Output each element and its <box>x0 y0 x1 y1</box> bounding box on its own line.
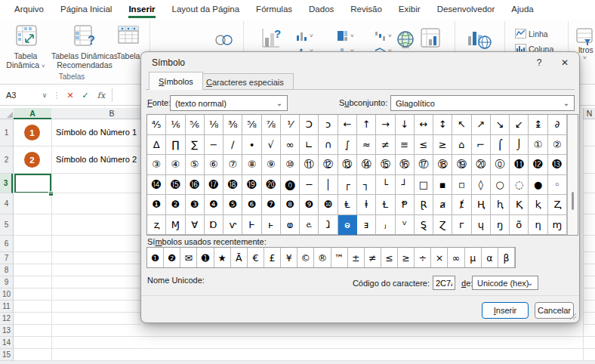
table-button[interactable]: Tabela <box>113 23 143 80</box>
recent-symbol-cell[interactable]: ± <box>348 248 365 267</box>
symbol-cell[interactable]: ⓴ <box>262 175 281 196</box>
symbol-cell[interactable]: ⅞ <box>262 115 281 135</box>
symbol-cell[interactable]: ⑩ <box>281 155 300 175</box>
cell-B1-text[interactable]: Símbolo do Número 1 <box>56 128 137 137</box>
confirm-entry-icon[interactable]: ✓ <box>79 85 92 105</box>
recent-symbol-cell[interactable]: Ā <box>231 248 248 267</box>
maps-globe-button[interactable] <box>396 30 415 51</box>
sparkline-line-button[interactable] <box>515 29 526 39</box>
symbol-cell[interactable]: ⅝ <box>242 115 261 135</box>
symbol-cell[interactable]: Δ <box>147 135 166 156</box>
recent-symbol-cell[interactable]: ™ <box>331 248 348 267</box>
symbol-cell[interactable]: ≡ <box>396 135 415 156</box>
ribbon-tab-ajuda[interactable]: Ajuda <box>503 0 541 20</box>
symbol-cell[interactable]: ⱶ <box>262 215 281 236</box>
symbol-cell[interactable]: ❻ <box>242 195 261 215</box>
symbol-cell[interactable]: ↗ <box>472 115 491 135</box>
symbol-cell[interactable]: ⑨ <box>262 155 281 175</box>
row-header-2[interactable]: 2 <box>0 147 13 174</box>
symbol-cell[interactable]: ∞ <box>281 135 300 156</box>
from-select[interactable]: Unicode (hex) ⌄ <box>472 276 538 290</box>
row-header-7[interactable]: 7 <box>0 252 13 264</box>
shapes-icon[interactable] <box>214 32 234 48</box>
symbol-cell[interactable]: ⅙ <box>166 115 185 135</box>
selected-cell-A3[interactable] <box>14 174 51 193</box>
symbol-cell[interactable]: ◌ <box>510 175 529 196</box>
symbol-cell[interactable]: ⑧ <box>242 155 261 175</box>
symbol-cell[interactable]: Ɱ <box>166 215 185 236</box>
symbol-cell[interactable]: ● <box>529 175 547 196</box>
symbol-grid-scrollbar[interactable] <box>567 115 578 235</box>
symbol-cell[interactable]: ŋ <box>491 215 510 236</box>
recent-symbol-cell[interactable]: × <box>431 248 448 267</box>
symbol-cell[interactable]: ⑯ <box>396 155 415 175</box>
row-header-1[interactable]: 1 <box>0 119 13 147</box>
symbol-cell[interactable]: Ɒ <box>205 215 224 236</box>
waterfall-chart-caret-icon[interactable]: ˅ <box>388 32 392 39</box>
symbol-cell[interactable]: ⱼ <box>376 215 395 236</box>
symbol-cell[interactable]: ○ <box>491 175 510 196</box>
symbol-cell[interactable]: □ <box>415 175 433 196</box>
column-header-N[interactable]: N <box>583 108 595 119</box>
symbol-cell[interactable]: ɥ <box>472 215 491 236</box>
waterfall-chart-button[interactable] <box>375 30 386 42</box>
row-header-9[interactable]: 9 <box>0 276 13 288</box>
ribbon-tab-layout-da-página[interactable]: Layout da Página <box>164 0 248 20</box>
symbol-cell[interactable]: г <box>452 215 471 236</box>
symbol-cell[interactable]: ③ <box>147 155 166 175</box>
symbol-cell[interactable]: ⱦ <box>452 195 471 215</box>
symbol-cell[interactable]: ∕ <box>224 135 242 156</box>
formula-bar-splitter-icon[interactable]: ⋮ <box>53 85 60 105</box>
symbol-cell[interactable]: ∫ <box>338 135 357 156</box>
symbol-cell[interactable]: Ȿ <box>415 215 433 236</box>
row-headers[interactable]: 123456789101112131415 <box>0 119 14 361</box>
symbol-cell[interactable]: ⱹ <box>319 215 338 236</box>
symbol-cell[interactable]: ⅜ <box>224 115 242 135</box>
symbol-cell[interactable]: ⱬ <box>147 215 166 236</box>
symbol-cell[interactable]: ⱡ <box>357 195 376 215</box>
slicer-icon[interactable] <box>575 27 595 47</box>
symbol-cell[interactable]: ↙ <box>510 115 529 135</box>
symbol-cell[interactable]: ↔ <box>415 115 433 135</box>
row-header-15[interactable]: 15 <box>0 349 13 361</box>
symbol-cell[interactable]: ▪ <box>433 175 452 196</box>
symbol-cell[interactable]: ⑮ <box>376 155 395 175</box>
symbol-cell[interactable]: ɱ <box>548 215 567 236</box>
symbol-cell[interactable]: ⓱ <box>205 175 224 196</box>
symbol-cell[interactable]: ❹ <box>205 195 224 215</box>
symbol-cell[interactable]: − <box>205 135 224 156</box>
symbol-cell[interactable]: Ⱬ <box>548 195 567 215</box>
symbol-cell[interactable]: ⑥ <box>205 155 224 175</box>
row-header-11[interactable]: 11 <box>0 301 13 313</box>
pivotchart-button[interactable] <box>420 27 444 50</box>
treemap-chart-button[interactable] <box>337 30 348 42</box>
symbol-cell[interactable]: ↨ <box>529 115 547 135</box>
symbol-cell[interactable]: Ɔ <box>300 115 319 135</box>
symbol-cell[interactable]: ⑲ <box>452 155 471 175</box>
symbol-cell[interactable]: → <box>376 115 395 135</box>
symbol-cell[interactable]: ↘ <box>491 115 510 135</box>
filters-caret-icon[interactable]: ˅ <box>583 54 587 61</box>
symbol-cell[interactable]: ⓿ <box>281 175 300 196</box>
font-select[interactable]: (texto normal) ⌄ <box>170 95 288 111</box>
symbol-cell[interactable]: ◊ <box>472 175 491 196</box>
symbol-cell[interactable]: ▫ <box>452 175 471 196</box>
symbol-cell[interactable]: ⅟ <box>281 115 300 135</box>
symbol-cell[interactable]: ⑤ <box>186 155 205 175</box>
recent-symbol-cell[interactable]: μ <box>465 248 482 267</box>
symbol-cell[interactable]: ≠ <box>376 135 395 156</box>
symbol-cell[interactable]: ∏ <box>166 135 185 156</box>
symbol-cell[interactable]: ⓳ <box>242 175 261 196</box>
treemap-chart-caret-icon[interactable]: ˅ <box>350 32 354 39</box>
recent-symbol-cell[interactable]: α <box>482 248 498 267</box>
recommended-pivot-button[interactable]: ? Tabelas Dinâmicas Recomendadas <box>48 23 121 80</box>
symbol-cell[interactable]: ┌ <box>338 175 357 196</box>
map-3d-button[interactable] <box>467 27 492 51</box>
sparkline-line-label[interactable]: Linha <box>529 29 548 39</box>
symbol-cell[interactable]: ⌐ <box>472 135 491 156</box>
symbol-cell[interactable]: ∂ <box>548 115 567 135</box>
ribbon-tab-arquivo[interactable]: Arquivo <box>6 0 52 20</box>
tab-caracteres-especiais[interactable]: Caracteres especiais <box>196 73 294 90</box>
row-header-13[interactable]: 13 <box>0 325 13 337</box>
row-header-8[interactable]: 8 <box>0 264 13 276</box>
